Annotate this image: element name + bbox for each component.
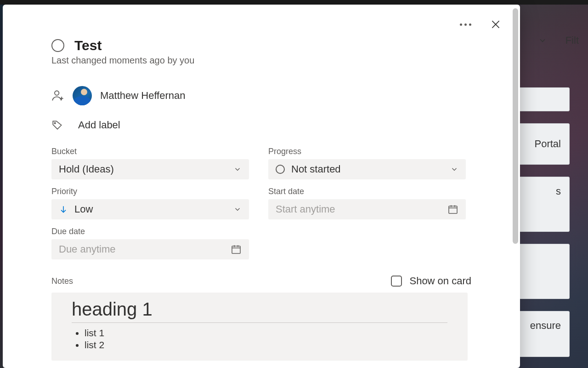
notes-heading: heading 1 <box>72 299 447 323</box>
tag-icon <box>51 119 63 131</box>
start-date-input[interactable]: Start anytime <box>268 199 466 219</box>
priority-select[interactable]: Low <box>51 199 249 219</box>
task-title[interactable]: Test <box>74 38 102 53</box>
app-topbar <box>0 0 588 5</box>
more-options-button[interactable] <box>458 22 473 28</box>
person-add-icon <box>51 89 64 102</box>
ellipsis-icon <box>460 23 471 26</box>
arrow-down-icon <box>59 205 68 214</box>
due-date-input[interactable]: Due anytime <box>51 239 249 259</box>
calendar-icon <box>447 204 458 215</box>
notes-list: list 1 list 2 <box>72 328 447 351</box>
close-icon <box>490 18 502 30</box>
add-label-row[interactable]: Add label <box>51 119 474 131</box>
bucket-value: Hold (Ideas) <box>59 163 114 175</box>
chevron-down-icon <box>233 205 242 213</box>
chevron-down-icon <box>450 165 458 173</box>
progress-select[interactable]: Not started <box>268 159 466 179</box>
priority-label: Priority <box>51 187 249 196</box>
circle-icon <box>276 165 285 174</box>
notes-editor[interactable]: heading 1 list 1 list 2 <box>51 293 468 361</box>
complete-task-toggle[interactable] <box>51 39 64 52</box>
show-on-card-label: Show on card <box>409 275 471 287</box>
bucket-select[interactable]: Hold (Ideas) <box>51 159 249 179</box>
list-item: list 2 <box>85 339 447 351</box>
due-date-placeholder: Due anytime <box>59 243 116 255</box>
add-label-text: Add label <box>78 119 120 131</box>
due-date-label: Due date <box>51 227 249 236</box>
progress-label: Progress <box>268 147 466 156</box>
notes-label: Notes <box>51 276 73 286</box>
list-item: list 1 <box>85 328 447 339</box>
bucket-label: Bucket <box>51 147 249 156</box>
svg-point-5 <box>54 122 56 124</box>
chevron-down-icon <box>233 165 242 173</box>
show-on-card-toggle[interactable]: Show on card <box>391 275 474 287</box>
chevron-down-icon <box>538 36 547 45</box>
start-date-label: Start date <box>268 187 466 196</box>
assignee-row[interactable]: Matthew Heffernan <box>51 86 474 105</box>
svg-point-2 <box>55 91 59 95</box>
checkbox-icon <box>391 276 402 287</box>
assignee-name: Matthew Heffernan <box>100 90 185 102</box>
task-modal: Test Last changed moments ago by you Mat… <box>3 5 520 368</box>
svg-rect-7 <box>449 206 457 213</box>
svg-rect-17 <box>232 246 240 253</box>
start-date-placeholder: Start anytime <box>276 203 335 215</box>
close-button[interactable] <box>488 17 503 32</box>
avatar <box>73 86 92 105</box>
bg-toolbar-text: Filt <box>565 34 579 46</box>
last-changed-text: Last changed moments ago by you <box>51 55 474 66</box>
priority-value: Low <box>74 203 93 215</box>
scrollbar[interactable] <box>513 8 518 244</box>
progress-value: Not started <box>291 163 341 175</box>
calendar-icon <box>231 244 242 255</box>
